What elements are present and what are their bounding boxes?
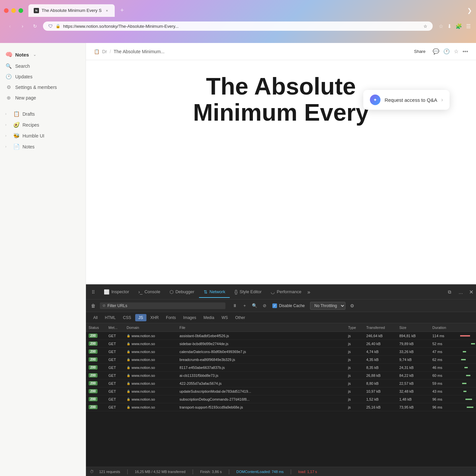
workspace-header[interactable]: 🧠 Notes ⌄ [0,48,86,61]
bookmark-icon[interactable]: ☆ [423,24,427,29]
filter-tab-ws[interactable]: WS [218,314,231,321]
th-transferred[interactable]: Transferred [364,324,397,331]
td-file: sidebar-bcbd89d99e2744de.js [177,341,345,346]
sidebar-item-new-page[interactable]: ⊕ New page [0,93,86,103]
browser-tab-active[interactable]: N The Absolute Minimum Every S × [28,4,115,17]
close-traffic-light[interactable] [4,8,9,13]
status-badge: 200 [89,349,98,354]
comment-button[interactable]: 💬 [433,48,439,55]
table-row[interactable]: 200 GET 🔒 www.notion.so subscriptionDebu… [86,395,476,403]
td-size: 84,22 kB [397,373,430,378]
maximize-traffic-light[interactable] [19,8,23,13]
tab-inspector[interactable]: ⬜ Inspector [99,287,134,298]
table-row[interactable]: 200 GET 🔒 www.notion.so updateSubscripti… [86,387,476,395]
browser-menu-button[interactable]: ☰ [466,23,471,29]
tab-performance[interactable]: ◡ Performance [266,287,306,298]
th-size[interactable]: Size [397,324,430,331]
th-file[interactable]: File [177,324,345,331]
table-row[interactable]: 200 GET 🔒 www.notion.so 422-2055d7a3afac… [86,379,476,387]
filter-tab-xhr[interactable]: XHR [147,314,162,321]
table-row[interactable]: 200 GET 🔒 www.notion.so 8117-e450abe6637… [86,364,476,372]
td-size: 9,74 kB [397,357,430,362]
tab-close-button[interactable]: × [104,8,109,13]
tab-style-editor[interactable]: {} Style Editor [230,287,266,298]
block-request-button[interactable]: ⊘ [260,302,268,310]
sidebar-humble-ui-label: Humble UI [22,133,44,139]
table-row[interactable]: 200 GET 🔒 www.notion.so assistant-0b6adb… [86,332,476,340]
url-bar[interactable]: 🛡 🔒 https://www.notion.so/tonsky/The-Abs… [43,21,433,31]
reload-button[interactable]: ↻ [30,21,40,31]
filter-tab-media[interactable]: Media [200,314,218,321]
table-body: 200 GET 🔒 www.notion.so assistant-0b6adb… [86,332,476,411]
history-button[interactable]: 🕐 [443,48,450,55]
filter-tab-other[interactable]: Other [232,314,248,321]
tab-overflow-button[interactable]: ❯ [467,7,472,14]
more-options-button[interactable]: ••• [462,49,468,55]
sidebar-item-notes[interactable]: › 📄 Notes [0,141,86,152]
table-row[interactable]: 200 GET 🔒 www.notion.so breadcrumb-ea86f… [86,356,476,364]
table-row[interactable]: 200 GET 🔒 www.notion.so sidebar-bcbd89d9… [86,340,476,348]
filter-tab-css[interactable]: CSS [120,314,135,321]
devtools-close-button[interactable]: ✕ [469,289,473,295]
td-domain: 🔒 www.notion.so [124,373,177,378]
tab-debugger[interactable]: ⬡ Debugger [165,287,199,298]
filter-tab-all[interactable]: All [90,314,101,321]
disable-cache-checkbox[interactable]: ✓ [272,303,277,308]
tab-network-label: Network [210,289,225,294]
new-tab-button[interactable]: + [117,6,127,15]
download-button[interactable]: ⬇ [447,23,452,29]
td-duration: 43 ms [430,389,459,394]
sidebar-item-recipes[interactable]: › 🥑 Recipes [0,119,86,130]
sidebar-item-settings[interactable]: ⚙ Settings & members [0,82,86,93]
qa-popup[interactable]: ✦ Request access to Q&A › [363,90,450,110]
th-status[interactable]: Status [86,324,106,331]
filter-url-input[interactable]: ⊘ Filter URLs [100,302,225,309]
td-method: GET [106,357,124,362]
table-row[interactable]: 200 GET 🔒 www.notion.so ai-cb11331f5bbd8… [86,372,476,379]
extensions-button[interactable]: 🧩 [456,23,462,29]
th-type[interactable]: Type [345,324,364,331]
devtools-drag-handle[interactable]: ⠿ [89,288,98,297]
filter-tab-fonts[interactable]: Fonts [163,314,179,321]
th-duration[interactable]: Duration [430,324,459,331]
td-method: GET [106,405,124,410]
throttle-select[interactable]: No Throttling [310,302,345,310]
sidebar-item-humble-ui[interactable]: › 🐝 Humble UI [0,130,86,141]
th-domain[interactable]: Domain [124,324,177,331]
bookmark-button[interactable]: ☆ [439,23,443,29]
clear-network-log-button[interactable]: 🗑 [89,302,97,310]
search-button[interactable]: 🔍 [251,302,258,310]
favorite-button[interactable]: ☆ [454,48,458,55]
td-domain: 🔒 www.notion.so [124,357,177,362]
traffic-lights [4,8,23,13]
tab-network[interactable]: ⇅ Network [199,287,230,298]
sidebar-item-updates[interactable]: 🕐 Updates [0,71,86,82]
filter-tab-js[interactable]: JS [135,314,146,321]
sidebar-item-drafts[interactable]: › 📋 Drafts [0,108,86,119]
filter-tab-html[interactable]: HTML [101,314,119,321]
add-header-button[interactable]: + [241,302,249,310]
forward-button[interactable]: › [18,21,27,31]
throttle-settings-button[interactable]: ⚙ [348,302,356,310]
devtools-action-buttons: ⧉ … ✕ [445,288,473,297]
table-row[interactable]: 200 GET 🔒 www.notion.so transport-suppor… [86,403,476,411]
responsive-design-button[interactable]: ⧉ [445,288,454,297]
minimize-traffic-light[interactable] [11,8,16,13]
devtools-more-options[interactable]: … [456,288,465,297]
tab-console[interactable]: ›_ Console [134,287,165,298]
pause-recording-button[interactable]: ⏸ [231,302,239,310]
back-button[interactable]: ‹ [5,21,15,31]
td-method: GET [106,397,124,402]
sidebar-item-search[interactable]: 🔍 Search [0,61,86,71]
th-waterfall[interactable] [459,326,476,329]
td-status: 200 [86,333,106,338]
drafts-emoji: 📋 [13,111,20,117]
filter-tab-images[interactable]: Images [180,314,199,321]
sidebar-updates-label: Updates [15,74,32,79]
th-method[interactable]: Met... [106,324,124,331]
table-row[interactable]: 200 GET 🔒 www.notion.so calendarDateIcon… [86,348,476,356]
devtools-more-tabs[interactable]: » [307,289,310,295]
td-file: updateSubscriptionModal-de783dd517419... [177,389,345,394]
share-button[interactable]: Share [411,48,429,55]
td-transferred: 1,52 kB [364,397,397,402]
